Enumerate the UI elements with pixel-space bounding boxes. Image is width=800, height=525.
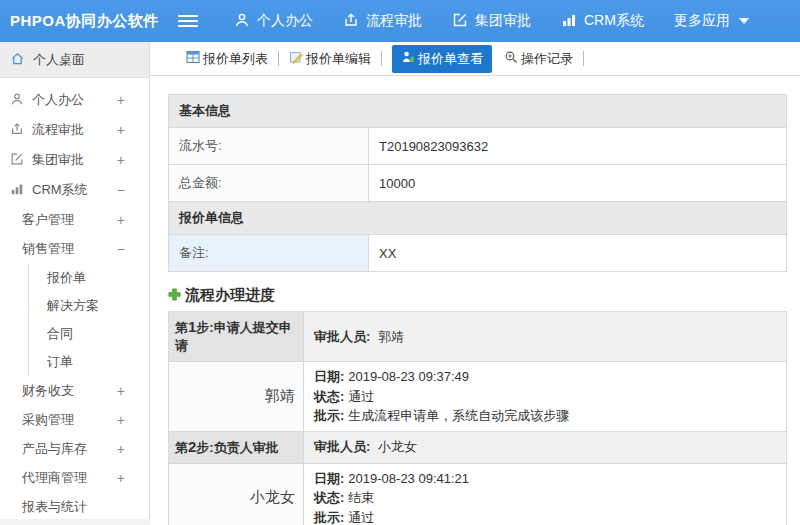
collapse-minus-icon[interactable]: −	[117, 241, 125, 257]
sidebar-item-finance[interactable]: 财务收支 +	[0, 377, 149, 405]
sidebar-item-purchasing[interactable]: 采购管理 +	[0, 406, 149, 434]
sidebar-item-label: 合同	[41, 325, 73, 343]
nav-label: CRM系统	[584, 12, 644, 30]
workflow-progress-table: 第1步:申请人提交申请 审批人员: 郭靖 郭靖 日期:2019-08-23 09…	[168, 311, 787, 525]
sidebar-item-reports-statistics[interactable]: 报表与统计	[0, 493, 149, 521]
table-row: 流水号: T20190823093632	[169, 128, 787, 165]
sidebar: 个人桌面 个人办公 + 流程审批 + 集团审批 +	[0, 42, 150, 519]
tab-operation-log[interactable]: 操作记录	[498, 46, 579, 72]
table-row: 备注: XX	[169, 235, 787, 272]
table-row: 总金额: 10000	[169, 165, 787, 202]
nav-item-workflow-approval[interactable]: 流程审批	[343, 12, 422, 31]
sidebar-item-label: 报表与统计	[22, 498, 87, 516]
hamburger-menu-icon[interactable]	[178, 15, 198, 27]
tab-label: 报价单列表	[203, 50, 268, 68]
sidebar-item-workflow-approval[interactable]: 流程审批 +	[0, 116, 149, 144]
expand-plus-icon[interactable]: +	[117, 412, 125, 428]
sidebar-item-solution[interactable]: 解决方案	[28, 292, 149, 320]
detail-status-line: 状态:结束	[314, 488, 776, 508]
sidebar-item-group-approval[interactable]: 集团审批 +	[0, 146, 149, 174]
detail-date-line: 日期:2019-08-23 09:37:49	[314, 367, 776, 387]
table-icon	[186, 50, 200, 67]
sidebar-item-label: 订单	[41, 353, 73, 371]
home-icon	[10, 51, 25, 69]
step-2-label: 第2步:负责人审批	[169, 431, 304, 463]
main-content: 报价单列表 报价单编辑 报价单查看 操作记录	[150, 42, 800, 525]
nav-label: 个人办公	[257, 12, 313, 30]
step-detail-row: 郭靖 日期:2019-08-23 09:37:49 状态:通过 批示:生成流程申…	[169, 362, 787, 432]
sidebar-item-product-inventory[interactable]: 产品与库存 +	[0, 435, 149, 463]
sidebar-item-label: 流程审批	[32, 121, 84, 139]
approver-name-cell: 郭靖	[169, 362, 304, 432]
expand-plus-icon[interactable]: +	[117, 212, 125, 228]
user-icon	[0, 92, 32, 109]
expand-plus-icon[interactable]: +	[117, 122, 125, 138]
expand-plus-icon[interactable]: +	[117, 92, 125, 108]
nav-label: 流程审批	[366, 12, 422, 30]
sidebar-item-label: 个人桌面	[33, 51, 85, 69]
total-amount-label: 总金额:	[169, 165, 369, 202]
sidebar-item-agent-management[interactable]: 代理商管理 +	[0, 464, 149, 492]
sidebar-item-crm-system[interactable]: CRM系统 −	[0, 176, 149, 204]
top-navbar: PHPOA协同办公软件 个人办公 流程审批 集团审批 CRM系统 更多应用	[0, 0, 800, 42]
magnifier-icon	[504, 50, 518, 67]
basic-info-table: 基本信息 流水号: T20190823093632 总金额: 10000 报价单…	[168, 94, 787, 272]
step-1-detail: 日期:2019-08-23 09:37:49 状态:通过 批示:生成流程申请单，…	[304, 362, 787, 432]
serial-number-value: T20190823093632	[369, 128, 787, 165]
tab-quotation-view[interactable]: 报价单查看	[392, 45, 492, 73]
sidebar-item-label: 代理商管理	[22, 469, 87, 487]
total-amount-value: 10000	[369, 165, 787, 202]
sidebar-item-label: 财务收支	[22, 382, 74, 400]
nav-label: 更多应用	[674, 12, 730, 30]
heading-text: 流程办理进度	[185, 286, 275, 305]
sidebar-item-customer-management[interactable]: 客户管理 +	[0, 206, 149, 234]
sidebar-item-sales-management[interactable]: 销售管理 −	[0, 235, 149, 263]
workflow-icon	[0, 122, 32, 139]
sidebar-item-contract[interactable]: 合同	[28, 320, 149, 348]
nav-item-more-apps[interactable]: 更多应用	[674, 12, 749, 30]
step-header-row: 第2步:负责人审批 审批人员: 小龙女	[169, 431, 787, 463]
sidebar-item-label: CRM系统	[32, 181, 88, 199]
app-logo: PHPOA协同办公软件	[10, 12, 178, 31]
sidebar-item-personal-desktop[interactable]: 个人桌面	[0, 42, 149, 78]
detail-comment-line: 批示:生成流程申请单，系统自动完成该步骤	[314, 406, 776, 426]
tab-quotation-edit[interactable]: 报价单编辑	[283, 46, 377, 72]
expand-plus-icon[interactable]: +	[117, 383, 125, 399]
detail-comment-line: 批示:通过	[314, 508, 776, 525]
nav-label: 集团审批	[475, 12, 531, 30]
nav-item-crm-system[interactable]: CRM系统	[561, 12, 644, 31]
sidebar-item-personal-office[interactable]: 个人办公 +	[0, 86, 149, 114]
section-header-basic-info: 基本信息	[169, 95, 787, 128]
expand-plus-icon[interactable]: +	[117, 441, 125, 457]
sidebar-item-label: 客户管理	[22, 211, 74, 229]
collapse-minus-icon[interactable]: −	[117, 182, 125, 198]
chart-icon	[561, 12, 577, 31]
sidebar-item-order[interactable]: 订单	[28, 348, 149, 376]
expand-plus-icon[interactable]: +	[117, 470, 125, 486]
step-header-row: 第1步:申请人提交申请 审批人员: 郭靖	[169, 312, 787, 362]
tab-quotation-list[interactable]: 报价单列表	[180, 46, 274, 72]
tab-bar: 报价单列表 报价单编辑 报价单查看 操作记录	[150, 42, 800, 76]
plus-green-icon	[168, 287, 181, 304]
quotation-view-panel: 基本信息 流水号: T20190823093632 总金额: 10000 报价单…	[150, 76, 800, 525]
nav-item-group-approval[interactable]: 集团审批	[452, 12, 531, 31]
edit-icon	[452, 12, 468, 31]
section-header-quotation-info: 报价单信息	[169, 202, 787, 235]
step-2-detail: 日期:2019-08-23 09:41:21 状态:结束 批示:通过	[304, 463, 787, 525]
sidebar-item-label: 个人办公	[32, 91, 84, 109]
sidebar-item-quotation[interactable]: 报价单	[28, 264, 149, 292]
remark-value: XX	[369, 235, 787, 272]
step-1-label: 第1步:申请人提交申请	[169, 312, 304, 362]
approver-name: 小龙女	[378, 439, 417, 454]
sidebar-item-label: 产品与库存	[22, 440, 87, 458]
nav-item-personal-office[interactable]: 个人办公	[234, 12, 313, 31]
sidebar-item-label: 报价单	[41, 269, 86, 287]
sidebar-item-label: 采购管理	[22, 411, 74, 429]
approver-label: 审批人员:	[314, 439, 370, 454]
app-window: PHPOA协同办公软件 个人办公 流程审批 集团审批 CRM系统 更多应用	[0, 0, 800, 525]
remark-label: 备注:	[169, 235, 369, 272]
expand-plus-icon[interactable]: +	[117, 152, 125, 168]
tab-divider	[278, 51, 279, 66]
step-1-approver: 审批人员: 郭靖	[304, 312, 787, 362]
caret-down-icon	[739, 18, 749, 24]
